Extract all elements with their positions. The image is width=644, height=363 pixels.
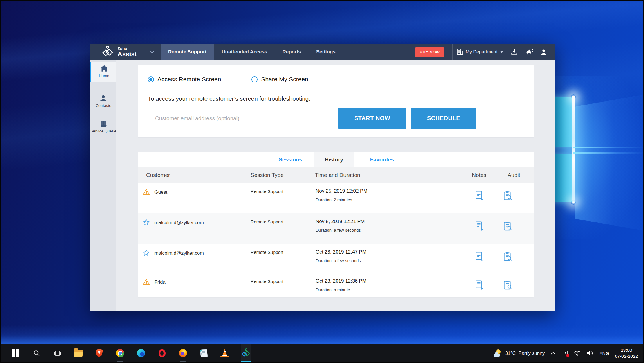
notification-tray-icon[interactable] — [562, 350, 568, 356]
announcements-button[interactable] — [525, 48, 533, 56]
chevron-up-icon — [551, 351, 556, 355]
active-app-indicator — [241, 361, 251, 362]
department-selector[interactable]: My Department — [457, 48, 503, 55]
wallpaper-glint — [571, 200, 576, 205]
app-logo[interactable]: Zoho Assist — [101, 45, 137, 59]
running-app-indicator — [117, 361, 123, 362]
service-queue-icon — [99, 120, 107, 127]
nav-tab-reports[interactable]: Reports — [275, 44, 308, 60]
account-button[interactable] — [540, 48, 547, 56]
tab-history[interactable]: History — [314, 152, 354, 167]
tab-sessions[interactable]: Sessions — [274, 152, 306, 167]
start-now-button[interactable]: START NOW — [338, 108, 406, 129]
contacts-icon — [100, 94, 107, 102]
sidebar-item-contacts[interactable]: Contacts — [90, 92, 116, 111]
access-remote-screen-radio[interactable] — [148, 76, 154, 82]
buy-now-button[interactable]: BUY NOW — [415, 47, 444, 57]
task-view-button[interactable] — [53, 344, 62, 362]
add-notes-button[interactable] — [475, 221, 484, 231]
taskbar-search-button[interactable] — [32, 344, 42, 362]
tab-favorites[interactable]: Favorites — [363, 152, 401, 167]
notepad-button[interactable] — [199, 344, 209, 362]
zoho-assist-taskbar-button[interactable] — [241, 344, 251, 362]
view-audit-button[interactable] — [503, 221, 513, 231]
view-audit-button[interactable] — [503, 251, 513, 262]
wallpaper-glint — [571, 94, 576, 99]
add-notes-button[interactable] — [475, 191, 484, 201]
zoho-assist-icon — [241, 348, 251, 358]
session-time: Nov 8, 2019 12:21 PM — [316, 219, 365, 224]
customer-name: Frida — [154, 279, 166, 285]
wifi-button[interactable] — [574, 350, 581, 356]
nav-tab-settings[interactable]: Settings — [309, 44, 343, 60]
weather-condition[interactable]: Partly sunny — [519, 351, 545, 356]
row-status-icon — [143, 188, 150, 196]
edge-browser-button[interactable] — [136, 344, 146, 362]
column-header-notes: Notes — [460, 167, 498, 183]
sidebar-item-label: Contacts — [90, 103, 116, 108]
app-logo-text: Zoho Assist — [118, 47, 137, 57]
add-notes-button[interactable] — [475, 280, 484, 290]
brave-icon — [96, 349, 103, 357]
add-notes-button[interactable] — [475, 251, 484, 262]
volume-button[interactable] — [587, 350, 593, 356]
audit-icon — [503, 251, 513, 262]
file-explorer-button[interactable] — [73, 344, 83, 362]
vlc-icon — [220, 349, 229, 357]
notes-icon — [475, 251, 484, 262]
notepad-icon — [200, 349, 208, 357]
column-header-session-type: Session Type — [251, 167, 284, 183]
chrome-browser-button[interactable] — [115, 344, 125, 362]
session-time: Oct 23, 2019 12:47 PM — [316, 249, 366, 255]
access-remote-screen-label: Access Remote Screen — [157, 76, 221, 83]
search-icon — [33, 349, 40, 357]
view-audit-button[interactable] — [503, 280, 513, 290]
vlc-button[interactable] — [220, 344, 230, 362]
notification-badge — [566, 354, 569, 357]
task-view-icon — [54, 349, 61, 357]
firefox-icon — [179, 349, 187, 357]
download-button[interactable] — [510, 48, 518, 56]
session-time: Nov 25, 2019 12:02 PM — [316, 188, 368, 194]
brave-browser-button[interactable] — [94, 344, 104, 362]
chrome-icon — [116, 349, 124, 357]
remote-connect-panel: Access Remote Screen Share My Screen To … — [138, 65, 534, 137]
share-my-screen-radio[interactable] — [251, 76, 258, 82]
running-app-indicator — [180, 361, 186, 362]
language-indicator[interactable]: ENG — [599, 351, 609, 356]
app-switcher-chevron-down-icon[interactable] — [150, 51, 154, 53]
start-button[interactable] — [11, 344, 21, 362]
zoho-assist-logo-icon — [101, 45, 115, 59]
opera-browser-button[interactable] — [157, 344, 167, 362]
favorite-star-icon[interactable] — [143, 249, 150, 257]
view-audit-button[interactable] — [503, 191, 513, 201]
customer-email-input[interactable] — [148, 108, 325, 129]
wallpaper-crossbeam — [573, 147, 644, 148]
show-hidden-icons-button[interactable] — [551, 351, 556, 355]
logo-assist: Assist — [118, 51, 137, 57]
taskbar-clock[interactable]: 13:00 07-02-2022 — [615, 347, 638, 359]
nav-right-cluster: BUY NOW My Department — [415, 44, 555, 60]
nav-tab-remote-support[interactable]: Remote Support — [161, 44, 214, 60]
session-type: Remote Support — [251, 250, 283, 255]
file-explorer-icon — [74, 350, 83, 357]
column-header-audit: Audit — [495, 167, 533, 183]
favorite-star-icon[interactable] — [143, 219, 150, 226]
top-navbar: Zoho Assist Remote Support Unattended Ac… — [90, 44, 555, 60]
customer-name: Guest — [154, 189, 167, 195]
opera-icon — [159, 349, 166, 357]
session-type: Remote Support — [251, 279, 283, 284]
desktop-screen: Zoho Assist Remote Support Unattended Ac… — [0, 0, 644, 363]
history-table-row: Frida Remote Support Oct 23, 2019 12:36 … — [138, 275, 534, 297]
notes-icon — [475, 221, 484, 231]
sidebar-item-home[interactable]: Home — [90, 62, 116, 82]
wallpaper-crossbeam — [573, 152, 644, 154]
firefox-browser-button[interactable] — [178, 344, 188, 362]
sidebar-item-service-queue[interactable]: Service Queue — [90, 118, 116, 141]
windows-taskbar: 31°C Partly sunny ENG 13:00 07-02-2022 — [1, 344, 643, 362]
nav-tab-unattended-access[interactable]: Unattended Access — [214, 44, 275, 60]
speaker-icon — [587, 350, 593, 356]
schedule-button[interactable]: SCHEDULE — [411, 108, 476, 129]
column-header-customer: Customer — [146, 167, 170, 183]
weather-temperature[interactable]: 31°C — [505, 351, 516, 356]
